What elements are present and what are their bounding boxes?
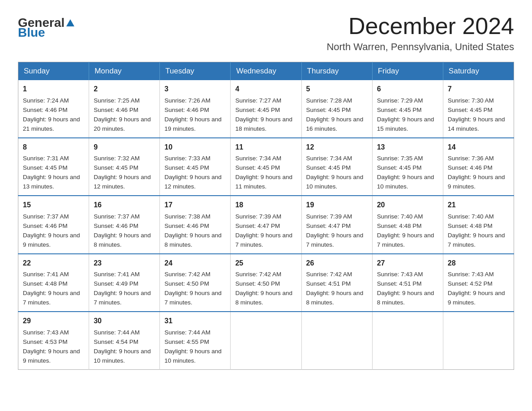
- header-wednesday: Wednesday: [231, 62, 301, 81]
- day-number: 29: [23, 316, 84, 327]
- calendar-cell: 7Sunrise: 7:30 AMSunset: 4:45 PMDaylight…: [443, 80, 514, 137]
- calendar-cell: 26Sunrise: 7:42 AMSunset: 4:51 PMDayligh…: [301, 254, 372, 312]
- day-number: 30: [94, 316, 155, 327]
- calendar-cell: [443, 312, 514, 369]
- calendar-cell: 27Sunrise: 7:43 AMSunset: 4:51 PMDayligh…: [372, 254, 443, 312]
- day-number: 11: [235, 142, 296, 153]
- day-number: 1: [23, 84, 84, 95]
- calendar-cell: 31Sunrise: 7:44 AMSunset: 4:55 PMDayligh…: [160, 312, 231, 369]
- week-row-5: 29Sunrise: 7:43 AMSunset: 4:53 PMDayligh…: [18, 312, 514, 369]
- header-tuesday: Tuesday: [160, 62, 231, 81]
- month-title: December 2024: [326, 13, 514, 39]
- day-number: 23: [94, 258, 155, 269]
- calendar-cell: 4Sunrise: 7:27 AMSunset: 4:45 PMDaylight…: [231, 80, 301, 137]
- day-number: 9: [94, 142, 155, 153]
- calendar-cell: [231, 312, 301, 369]
- day-number: 13: [377, 142, 438, 153]
- calendar-cell: 10Sunrise: 7:33 AMSunset: 4:45 PMDayligh…: [160, 138, 231, 196]
- day-number: 22: [23, 258, 84, 269]
- logo-area: General General Blue: [18, 13, 76, 39]
- calendar-cell: 9Sunrise: 7:32 AMSunset: 4:45 PMDaylight…: [89, 138, 160, 196]
- day-number: 24: [164, 258, 226, 269]
- calendar-cell: 20Sunrise: 7:40 AMSunset: 4:48 PMDayligh…: [372, 196, 443, 253]
- page-header: General General Blue December 2024 North…: [18, 13, 514, 53]
- svg-marker-1: [66, 19, 74, 26]
- calendar-cell: 21Sunrise: 7:40 AMSunset: 4:48 PMDayligh…: [443, 196, 514, 253]
- day-number: 2: [94, 84, 155, 95]
- day-number: 18: [235, 200, 296, 211]
- day-number: 10: [164, 142, 226, 153]
- day-number: 28: [448, 258, 509, 269]
- calendar-cell: 30Sunrise: 7:44 AMSunset: 4:54 PMDayligh…: [89, 312, 160, 369]
- calendar-cell: 24Sunrise: 7:42 AMSunset: 4:50 PMDayligh…: [160, 254, 231, 312]
- day-number: 27: [377, 258, 438, 269]
- header-thursday: Thursday: [301, 62, 372, 81]
- day-number: 16: [94, 200, 155, 211]
- day-number: 4: [235, 84, 296, 95]
- calendar-cell: 3Sunrise: 7:26 AMSunset: 4:46 PMDaylight…: [160, 80, 231, 137]
- header-sunday: Sunday: [18, 62, 89, 81]
- calendar-cell: 14Sunrise: 7:36 AMSunset: 4:46 PMDayligh…: [443, 138, 514, 196]
- calendar-cell: 11Sunrise: 7:34 AMSunset: 4:45 PMDayligh…: [231, 138, 301, 196]
- day-number: 20: [377, 200, 438, 211]
- logo-arrow-icon: [65, 18, 75, 28]
- day-number: 8: [23, 142, 84, 153]
- header-saturday: Saturday: [443, 62, 514, 81]
- calendar-cell: 6Sunrise: 7:29 AMSunset: 4:45 PMDaylight…: [372, 80, 443, 137]
- header-friday: Friday: [372, 62, 443, 81]
- day-number: 5: [306, 84, 368, 95]
- calendar-cell: 17Sunrise: 7:38 AMSunset: 4:46 PMDayligh…: [160, 196, 231, 253]
- week-row-4: 22Sunrise: 7:41 AMSunset: 4:48 PMDayligh…: [18, 254, 514, 312]
- calendar-table: SundayMondayTuesdayWednesdayThursdayFrid…: [18, 62, 514, 369]
- calendar-cell: 19Sunrise: 7:39 AMSunset: 4:47 PMDayligh…: [301, 196, 372, 253]
- day-number: 7: [448, 84, 509, 95]
- calendar-cell: 5Sunrise: 7:28 AMSunset: 4:45 PMDaylight…: [301, 80, 372, 137]
- day-number: 17: [164, 200, 226, 211]
- calendar-cell: 25Sunrise: 7:42 AMSunset: 4:50 PMDayligh…: [231, 254, 301, 312]
- calendar-cell: 8Sunrise: 7:31 AMSunset: 4:45 PMDaylight…: [18, 138, 89, 196]
- calendar-cell: 29Sunrise: 7:43 AMSunset: 4:53 PMDayligh…: [18, 312, 89, 369]
- logo-blue-text: Blue: [18, 26, 45, 39]
- day-number: 6: [377, 84, 438, 95]
- calendar-cell: [301, 312, 372, 369]
- day-number: 25: [235, 258, 296, 269]
- week-row-2: 8Sunrise: 7:31 AMSunset: 4:45 PMDaylight…: [18, 138, 514, 196]
- calendar-cell: 18Sunrise: 7:39 AMSunset: 4:47 PMDayligh…: [231, 196, 301, 253]
- week-row-1: 1Sunrise: 7:24 AMSunset: 4:46 PMDaylight…: [18, 80, 514, 137]
- day-number: 3: [164, 84, 226, 95]
- day-number: 14: [448, 142, 509, 153]
- calendar-cell: 12Sunrise: 7:34 AMSunset: 4:45 PMDayligh…: [301, 138, 372, 196]
- calendar-cell: 16Sunrise: 7:37 AMSunset: 4:46 PMDayligh…: [89, 196, 160, 253]
- day-number: 12: [306, 142, 368, 153]
- header-monday: Monday: [89, 62, 160, 81]
- calendar-cell: 13Sunrise: 7:35 AMSunset: 4:45 PMDayligh…: [372, 138, 443, 196]
- week-row-3: 15Sunrise: 7:37 AMSunset: 4:46 PMDayligh…: [18, 196, 514, 253]
- calendar-cell: 2Sunrise: 7:25 AMSunset: 4:46 PMDaylight…: [89, 80, 160, 137]
- calendar-cell: 23Sunrise: 7:41 AMSunset: 4:49 PMDayligh…: [89, 254, 160, 312]
- calendar-header-row: SundayMondayTuesdayWednesdayThursdayFrid…: [18, 62, 514, 81]
- calendar-cell: 1Sunrise: 7:24 AMSunset: 4:46 PMDaylight…: [18, 80, 89, 137]
- day-number: 31: [164, 316, 226, 327]
- day-number: 15: [23, 200, 84, 211]
- calendar-cell: 28Sunrise: 7:43 AMSunset: 4:52 PMDayligh…: [443, 254, 514, 312]
- calendar-cell: 22Sunrise: 7:41 AMSunset: 4:48 PMDayligh…: [18, 254, 89, 312]
- day-number: 19: [306, 200, 368, 211]
- location-title: North Warren, Pennsylvania, United State…: [326, 41, 514, 53]
- day-number: 21: [448, 200, 509, 211]
- calendar-cell: [372, 312, 443, 369]
- title-area: December 2024 North Warren, Pennsylvania…: [326, 13, 514, 53]
- day-number: 26: [306, 258, 368, 269]
- calendar-cell: 15Sunrise: 7:37 AMSunset: 4:46 PMDayligh…: [18, 196, 89, 253]
